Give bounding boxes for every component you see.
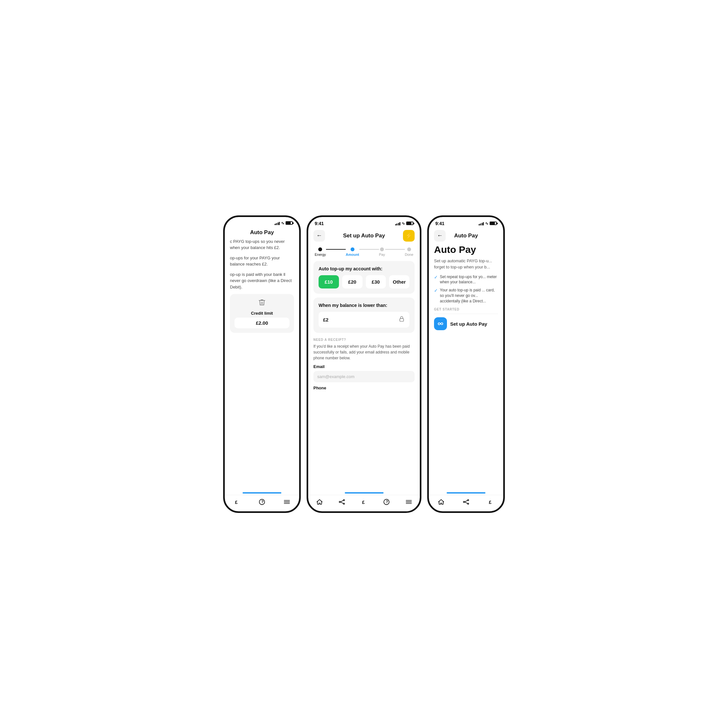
credit-section: Credit limit £2.00 <box>230 294 294 333</box>
email-label: Email <box>314 364 414 369</box>
amount-btn-other[interactable]: Other <box>389 275 410 289</box>
wifi-icon: ∿ <box>281 221 284 225</box>
battery-icon <box>286 221 293 225</box>
step-label-amount: Amount <box>346 252 359 257</box>
wifi-icon-right: ∿ <box>485 221 488 226</box>
nav-pound-left[interactable]: £ <box>234 499 241 505</box>
right-phone: 9:41 ∿ ← Auto Pay Auto Pay Set up automa… <box>427 216 505 513</box>
lock-icon <box>398 316 405 324</box>
receipt-desc: If you'd like a receipt when your Auto P… <box>314 343 414 361</box>
center-status-time: 9:41 <box>315 221 324 226</box>
amount-btn-20[interactable]: £20 <box>342 275 362 289</box>
right-status-time: 9:41 <box>435 221 444 226</box>
email-placeholder: sam@example.com <box>317 374 355 379</box>
right-back-arrow: ← <box>437 232 443 239</box>
step-dot-pay <box>380 248 384 251</box>
get-started-label: GET STARTED <box>434 307 498 311</box>
signal-icon-right <box>479 222 484 225</box>
svg-line-11 <box>340 502 343 503</box>
left-nav-header: Auto Pay <box>225 227 299 239</box>
step-line-1 <box>326 249 346 250</box>
credit-limit-label: Credit limit <box>251 311 273 316</box>
step-line-3 <box>385 249 405 250</box>
check-item-1: ✓ Set repeat top-ups for yo... meter whe… <box>434 274 498 285</box>
amount-btn-10[interactable]: £10 <box>318 275 339 289</box>
center-phone: 9:41 ∿ ← Set up Auto Pay ⚡ Energy <box>307 216 421 513</box>
phone-label: Phone <box>314 385 414 390</box>
center-status-icons: ∿ <box>395 221 414 226</box>
balance-input-row: £2 <box>318 312 410 327</box>
center-status-bar: 9:41 ∿ <box>308 217 420 227</box>
receipt-label: NEED A RECEIPT? <box>314 338 414 341</box>
step-energy: Energy <box>315 248 326 257</box>
right-bottom-nav: £ <box>429 495 503 511</box>
amount-btn-30[interactable]: £30 <box>366 275 386 289</box>
bottom-indicator-center <box>345 492 384 494</box>
svg-text:£: £ <box>489 499 491 505</box>
nav-flow-center[interactable] <box>338 499 346 505</box>
center-scroll-content: Auto top-up my account with: £10 £20 £30… <box>308 258 420 492</box>
step-amount: Amount <box>346 248 359 257</box>
receipt-section: NEED A RECEIPT? If you'd like a receipt … <box>314 336 414 394</box>
left-bottom-nav: £ ? <box>225 495 299 511</box>
right-status-bar: 9:41 ∿ <box>429 217 503 227</box>
infinity-icon <box>434 317 447 330</box>
back-arrow: ← <box>316 232 322 239</box>
balance-card: When my balance is lower than: £2 <box>314 298 414 333</box>
left-desc1: c PAYG top-ups so you never when your ba… <box>230 239 294 251</box>
svg-text:£: £ <box>235 499 238 505</box>
step-pay: Pay <box>379 248 385 257</box>
email-input[interactable]: sam@example.com <box>314 371 414 382</box>
signal-icon <box>275 221 280 225</box>
balance-title: When my balance is lower than: <box>318 303 410 308</box>
left-desc2: op-ups for your PAYG your balance reache… <box>230 255 294 268</box>
step-dot-done <box>407 248 411 251</box>
check-item-2: ✓ Your auto top-up is paid ... card, so … <box>434 288 498 304</box>
svg-text:?: ? <box>385 500 388 504</box>
step-done: Done <box>405 248 413 257</box>
progress-steps: Energy Amount Pay Done <box>308 244 420 258</box>
svg-text:?: ? <box>261 500 264 504</box>
nav-home-center[interactable] <box>316 499 323 505</box>
right-header-title: Auto Pay <box>454 232 478 239</box>
left-content: c PAYG top-ups so you never when your ba… <box>225 239 299 492</box>
signal-icon-center <box>395 222 401 225</box>
setup-auto-pay-button[interactable]: Set up Auto Pay <box>434 317 498 330</box>
step-label-done: Done <box>405 252 413 257</box>
check-mark-1: ✓ <box>434 275 438 280</box>
step-dot-amount <box>350 248 355 251</box>
nav-pound-center[interactable]: £ <box>361 499 368 505</box>
check-text-1: Set repeat top-ups for yo... meter when … <box>440 274 498 285</box>
center-bottom-nav: £ ? <box>308 495 420 511</box>
battery-icon-right <box>489 222 497 225</box>
svg-rect-6 <box>400 318 404 321</box>
credit-limit-value: £2.00 <box>234 318 289 328</box>
auto-pay-desc: Set up automatic PAYG top-u... forget to… <box>434 258 498 271</box>
nav-help-center[interactable]: ? <box>383 499 390 505</box>
nav-home-right[interactable] <box>437 499 445 505</box>
lightning-button[interactable]: ⚡ <box>403 230 414 242</box>
nav-flow-right[interactable] <box>462 499 470 505</box>
back-button[interactable]: ← <box>314 230 325 242</box>
svg-line-21 <box>464 500 467 502</box>
right-nav-header: ← Auto Pay <box>429 227 503 244</box>
left-phone: ∿ Auto Pay c PAYG top-ups so you never w… <box>223 216 301 513</box>
nav-pound-right[interactable]: £ <box>487 499 494 505</box>
step-label-pay: Pay <box>379 252 385 257</box>
auto-topup-title: Auto top-up my account with: <box>318 266 410 271</box>
bottom-indicator-left <box>243 492 281 494</box>
step-line-2 <box>359 249 379 250</box>
auto-topup-card: Auto top-up my account with: £10 £20 £30… <box>314 261 414 294</box>
svg-line-10 <box>340 500 343 502</box>
nav-menu-center[interactable] <box>405 499 412 505</box>
trash-icon[interactable] <box>258 298 266 308</box>
right-content: Auto Pay Set up automatic PAYG top-u... … <box>429 244 503 369</box>
wifi-icon-center: ∿ <box>402 221 405 226</box>
right-back-button[interactable]: ← <box>434 230 446 242</box>
left-desc3: op-up is paid with your bank ll never go… <box>230 271 294 291</box>
step-dot-energy <box>318 248 322 251</box>
balance-value: £2 <box>323 317 329 323</box>
svg-text:£: £ <box>362 499 364 505</box>
nav-help-left[interactable]: ? <box>258 499 266 505</box>
nav-menu-left[interactable] <box>283 499 291 505</box>
